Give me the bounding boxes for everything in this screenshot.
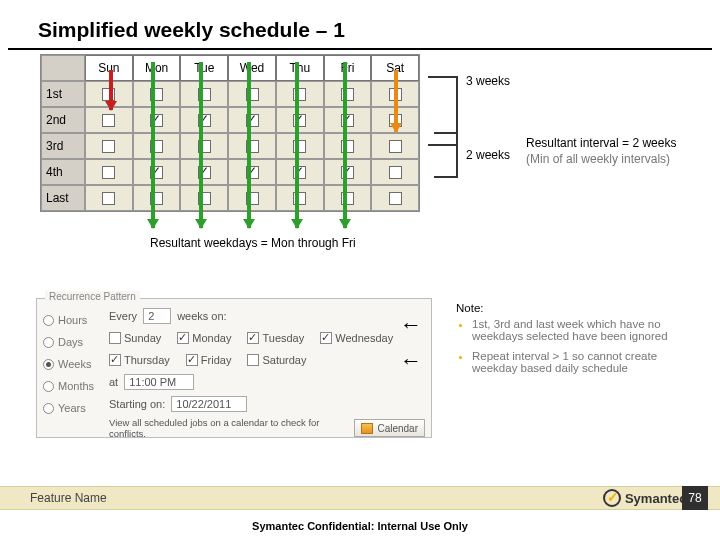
brand-mark-icon: [603, 489, 621, 507]
weekday-checkbox[interactable]: Wednesday: [320, 332, 393, 344]
recurrence-legend: Recurrence Pattern: [45, 291, 140, 302]
grid-cell[interactable]: [180, 81, 228, 107]
at-label: at: [109, 376, 118, 388]
grid-cell[interactable]: [324, 185, 372, 211]
grid-cell[interactable]: [276, 133, 324, 159]
recurrence-mode-option[interactable]: Weeks: [43, 353, 103, 375]
week-row: 3rd: [41, 133, 419, 159]
arrow-down-icon: [394, 70, 398, 132]
arrow-left-icon: ←: [400, 348, 422, 374]
radio-icon[interactable]: [43, 403, 54, 414]
recurrence-mode-option[interactable]: Days: [43, 331, 103, 353]
starting-label: Starting on:: [109, 398, 165, 410]
grid-cell[interactable]: [133, 159, 181, 185]
checkbox-icon[interactable]: [177, 332, 189, 344]
grid-cell[interactable]: [133, 133, 181, 159]
mode-label: Years: [58, 402, 86, 414]
grid-cell[interactable]: [324, 133, 372, 159]
mode-label: Hours: [58, 314, 87, 326]
recurrence-mode-list: Hours Days Weeks Months Years: [43, 309, 103, 419]
radio-icon[interactable]: [43, 359, 54, 370]
arrow-down-icon: [109, 70, 113, 110]
start-date-input[interactable]: 10/22/2011: [171, 396, 247, 412]
grid-cell[interactable]: [371, 133, 419, 159]
grid-cell[interactable]: [228, 81, 276, 107]
grid-cell[interactable]: [276, 107, 324, 133]
mode-label: Days: [58, 336, 83, 348]
grid-cell[interactable]: [180, 185, 228, 211]
weekday-checkbox[interactable]: Tuesday: [247, 332, 304, 344]
checkbox[interactable]: [102, 114, 115, 127]
radio-icon[interactable]: [43, 315, 54, 326]
grid-cell[interactable]: [276, 159, 324, 185]
arrow-down-icon: [295, 62, 299, 228]
checkbox[interactable]: [389, 192, 402, 205]
grid-cell[interactable]: [180, 159, 228, 185]
grid-cell[interactable]: [228, 185, 276, 211]
grid-cell[interactable]: [324, 107, 372, 133]
recurrence-mode-option[interactable]: Hours: [43, 309, 103, 331]
checkbox-icon[interactable]: [247, 354, 259, 366]
grid-cell[interactable]: [371, 159, 419, 185]
checkbox-icon[interactable]: [247, 332, 259, 344]
weeks-on-label: weeks on:: [177, 310, 227, 322]
every-value-input[interactable]: 2: [143, 308, 171, 324]
radio-icon[interactable]: [43, 381, 54, 392]
interval-label-a: 3 weeks: [466, 74, 510, 88]
grid-cell[interactable]: [133, 107, 181, 133]
result-weekdays-text: Resultant weekdays = Mon through Fri: [150, 236, 356, 250]
weekday-label: Wednesday: [335, 332, 393, 344]
notes-block: Note: 1st, 3rd and last week which have …: [456, 302, 696, 382]
grid-cell[interactable]: [276, 81, 324, 107]
brand-logo: Symantec.: [603, 489, 690, 507]
weekday-checkbox[interactable]: Saturday: [247, 354, 306, 366]
grid-cell[interactable]: [133, 185, 181, 211]
grid-cell[interactable]: [133, 81, 181, 107]
content-area: Sun Mon Tue Wed Thu Fri Sat 1st 2nd: [0, 50, 720, 60]
weekday-label: Friday: [201, 354, 232, 366]
grid-cell[interactable]: [324, 81, 372, 107]
time-input[interactable]: 11:00 PM: [124, 374, 194, 390]
grid-cell[interactable]: [228, 159, 276, 185]
grid-cell[interactable]: [276, 185, 324, 211]
checkbox-icon[interactable]: [109, 332, 121, 344]
slide-title: Simplified weekly schedule – 1: [8, 0, 712, 50]
radio-icon[interactable]: [43, 337, 54, 348]
day-head: Tue: [180, 55, 228, 81]
weekday-label: Thursday: [124, 354, 170, 366]
interval-label-b: 2 weeks: [466, 148, 510, 162]
grid-cell[interactable]: [371, 185, 419, 211]
checkbox[interactable]: [102, 192, 115, 205]
grid-cell[interactable]: [324, 159, 372, 185]
notes-heading: Note:: [456, 302, 696, 314]
checkbox[interactable]: [389, 140, 402, 153]
confidential-text: Symantec Confidential: Internal Use Only: [0, 520, 720, 532]
weekday-checkbox[interactable]: Thursday: [109, 354, 170, 366]
grid-cell[interactable]: [85, 133, 133, 159]
weekday-checkbox[interactable]: Friday: [186, 354, 232, 366]
grid-cell[interactable]: [180, 133, 228, 159]
checkbox[interactable]: [389, 166, 402, 179]
checkbox[interactable]: [102, 166, 115, 179]
checkbox-icon[interactable]: [320, 332, 332, 344]
row-label: 1st: [41, 81, 85, 107]
checkbox-icon[interactable]: [186, 354, 198, 366]
grid-cell[interactable]: [228, 107, 276, 133]
calendar-button[interactable]: Calendar: [354, 419, 425, 437]
mode-label: Weeks: [58, 358, 91, 370]
week-row: 1st: [41, 81, 419, 107]
checkbox[interactable]: [102, 140, 115, 153]
every-label: Every: [109, 310, 137, 322]
recurrence-mode-option[interactable]: Months: [43, 375, 103, 397]
grid-cell[interactable]: [228, 133, 276, 159]
weekday-label: Tuesday: [262, 332, 304, 344]
row-label: Last: [41, 185, 85, 211]
grid-cell[interactable]: [85, 159, 133, 185]
checkbox-icon[interactable]: [109, 354, 121, 366]
grid-cell[interactable]: [180, 107, 228, 133]
weekday-checkbox[interactable]: Sunday: [109, 332, 161, 344]
weekday-checkbox[interactable]: Monday: [177, 332, 231, 344]
grid-cell[interactable]: [85, 185, 133, 211]
recurrence-panel: Recurrence Pattern Hours Days Weeks Mont…: [36, 298, 432, 438]
recurrence-mode-option[interactable]: Years: [43, 397, 103, 419]
